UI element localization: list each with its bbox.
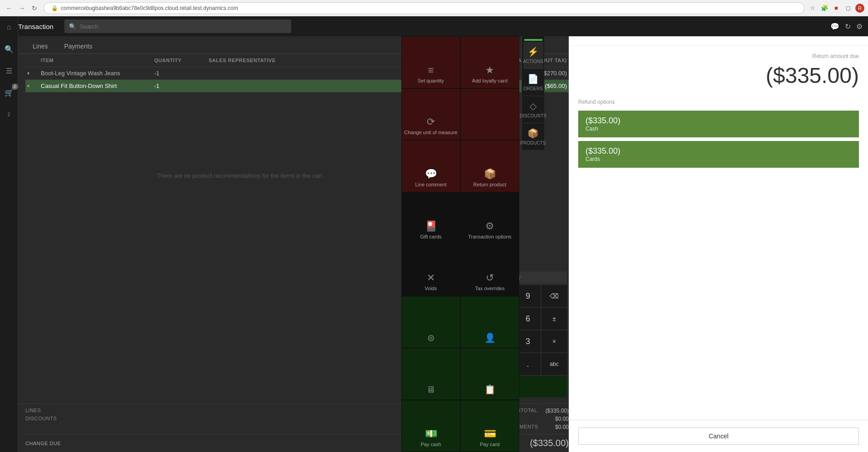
browser-bar: ← → ↻ 🔒 commercebugbashea9b6abc78e0c9d8p… (0, 0, 868, 16)
sidebar-list-icon[interactable]: ☰ (2, 63, 16, 78)
gift-cards-button[interactable]: 🎴 Gift cards (401, 192, 460, 244)
strip-orders[interactable]: 📄 ORDERS (523, 69, 543, 96)
extensions-icon[interactable]: 🧩 (820, 4, 829, 13)
search-input[interactable] (80, 23, 287, 30)
change-unit-icon: ⟳ (427, 116, 435, 128)
voids-button[interactable]: ✕ Voids (401, 244, 460, 296)
icon-btn-3[interactable]: 🖥 (401, 348, 460, 400)
address-bar[interactable]: 🔒 commercebugbashea9b6abc78e0c9d8pos.clo… (44, 2, 805, 14)
return-product-label: Return product (473, 182, 507, 187)
browser-actions: ☆ 🧩 ■ ◻ R (808, 4, 864, 13)
chat-icon[interactable]: 💬 (830, 22, 839, 31)
voids-icon: ✕ (427, 272, 435, 284)
icon-2: 👤 (484, 332, 496, 343)
browser-icon-extra[interactable]: ◻ (844, 4, 853, 13)
cancel-button[interactable]: Cancel (578, 428, 859, 445)
subtotal-value: ($335.00) (546, 408, 569, 414)
icon-1: ⊜ (427, 332, 435, 343)
side-strip: ⚡ ACTIONS 📄 ORDERS ◇ DISCOUNTS 📦 PRODUCT… (522, 36, 544, 151)
row-item-name: Boot-Leg Vintage Wash Jeans (41, 70, 154, 77)
row2-expand-icon[interactable]: ▾ (27, 83, 41, 88)
add-loyalty-card-label: Add loyalty card (472, 78, 507, 83)
return-panel: Return payment × Return amount due ($335… (569, 16, 868, 452)
refresh-button[interactable]: ↻ (29, 3, 40, 14)
search-bar[interactable]: 🔍 (64, 19, 291, 33)
icon-btn-1[interactable]: ⊜ (401, 296, 460, 348)
sidebar-search-icon[interactable]: 🔍 (2, 42, 16, 56)
pay-card-label: Pay card (480, 442, 499, 447)
top-bar-actions: 💬 ↻ ⚙ (830, 22, 863, 31)
numpad-plus-minus[interactable]: ± (541, 308, 567, 330)
set-quantity-button[interactable]: ≡ Set quantity (401, 36, 460, 88)
row-quantity: -1 (154, 70, 209, 77)
office-icon[interactable]: ■ (832, 4, 841, 13)
pay-cash-icon: 💵 (425, 428, 437, 440)
col-quantity: QUANTITY (154, 58, 209, 63)
row2-item-name: Casual Fit Button-Down Shirt (41, 83, 154, 89)
change-due-label: CHANGE DUE (25, 441, 61, 446)
back-button[interactable]: ← (4, 3, 15, 14)
refund-options-label: Refund options (569, 95, 868, 109)
sidebar-cart-icon[interactable]: 🛒 (2, 85, 16, 100)
products-label: PRODUCTS (520, 141, 546, 146)
left-sidebar: ⌂ 🔍 ☰ 🛒 2 (0, 16, 18, 452)
return-product-icon: 📦 (484, 168, 496, 180)
return-product-button[interactable]: 📦 Return product (460, 140, 519, 192)
transaction-options-icon: ⚙ (485, 220, 494, 232)
sidebar-number-icon[interactable]: 2 (2, 107, 16, 122)
discounts-label: DISCOUNTS (25, 416, 57, 422)
numpad-backspace[interactable]: ⌫ (541, 285, 567, 307)
settings-icon[interactable]: ⚙ (856, 22, 863, 31)
empty-action-button (460, 88, 519, 141)
sidebar-home-icon[interactable]: ⌂ (2, 20, 16, 34)
icon-4: 📋 (484, 384, 496, 395)
forward-button[interactable]: → (16, 3, 27, 14)
refund-option-cards[interactable]: ($335.00) Cards (578, 141, 859, 168)
row-expand-icon[interactable]: ▾ (27, 71, 41, 76)
icon-btn-4[interactable]: 📋 (460, 348, 519, 400)
strip-products[interactable]: 📦 PRODUCTS (523, 123, 543, 151)
pay-card-button[interactable]: 💳 Pay card (460, 400, 519, 452)
transaction-options-button[interactable]: ⚙ Transaction options (460, 192, 519, 244)
nav-buttons[interactable]: ← → ↻ (4, 3, 40, 14)
change-unit-button[interactable]: ⟳ Change unit of measure (401, 88, 460, 141)
icon-btn-2[interactable]: 👤 (460, 296, 519, 348)
actions-icon: ⚡ (527, 46, 539, 57)
orders-icon: 📄 (527, 73, 539, 84)
return-amount-section: Return amount due ($335.00) (569, 46, 868, 95)
strip-divider (524, 39, 542, 41)
numpad-multiply[interactable]: × (541, 330, 567, 352)
lines-label: LINES (25, 408, 57, 414)
refund-cash-amount: ($335.00) (585, 116, 852, 126)
line-comment-label: Line comment (415, 182, 446, 187)
app-container: ☰ Transaction 🔍 💬 ↻ ⚙ ⌂ 🔍 ☰ 🛒 2 Lines Pa… (0, 16, 868, 452)
add-loyalty-card-button[interactable]: ★ Add loyalty card (460, 36, 519, 88)
actions-label: ACTIONS (523, 59, 543, 64)
gift-cards-icon: 🎴 (425, 220, 437, 232)
set-quantity-label: Set quantity (418, 78, 444, 83)
refresh-icon[interactable]: ↻ (845, 22, 851, 31)
col-item: ITEM (41, 58, 154, 63)
set-quantity-icon: ≡ (428, 64, 434, 76)
line-comment-button[interactable]: 💬 Line comment (401, 140, 460, 192)
tab-lines[interactable]: Lines (25, 40, 55, 53)
refund-option-cash[interactable]: ($335.00) Cash (578, 111, 859, 137)
refund-cards-amount: ($335.00) (585, 146, 852, 156)
bookmark-icon[interactable]: ☆ (808, 4, 817, 13)
discounts-icon: ◇ (530, 101, 536, 112)
top-bar-title: Transaction (18, 23, 54, 30)
tax-overrides-button[interactable]: ↺ Tax overrides (460, 244, 519, 296)
user-avatar[interactable]: R (855, 4, 864, 13)
change-due-value: ($335.00) (530, 438, 569, 448)
pay-cash-button[interactable]: 💵 Pay cash (401, 400, 460, 452)
action-grid: ≡ Set quantity ★ Add loyalty card ⟳ Chan… (401, 36, 519, 452)
numpad-abc[interactable]: abc (541, 353, 567, 375)
tax-value: $0.00 (546, 416, 569, 422)
col-sales-rep: SALES REPRESENTATIVE (209, 58, 299, 63)
lock-icon: 🔒 (51, 5, 58, 11)
strip-actions[interactable]: ⚡ ACTIONS (523, 42, 543, 69)
top-bar: ☰ Transaction 🔍 💬 ↻ ⚙ (0, 16, 868, 36)
pay-card-icon: 💳 (484, 428, 496, 440)
strip-discounts[interactable]: ◇ DISCOUNTS (523, 96, 543, 123)
tab-payments[interactable]: Payments (57, 40, 99, 53)
